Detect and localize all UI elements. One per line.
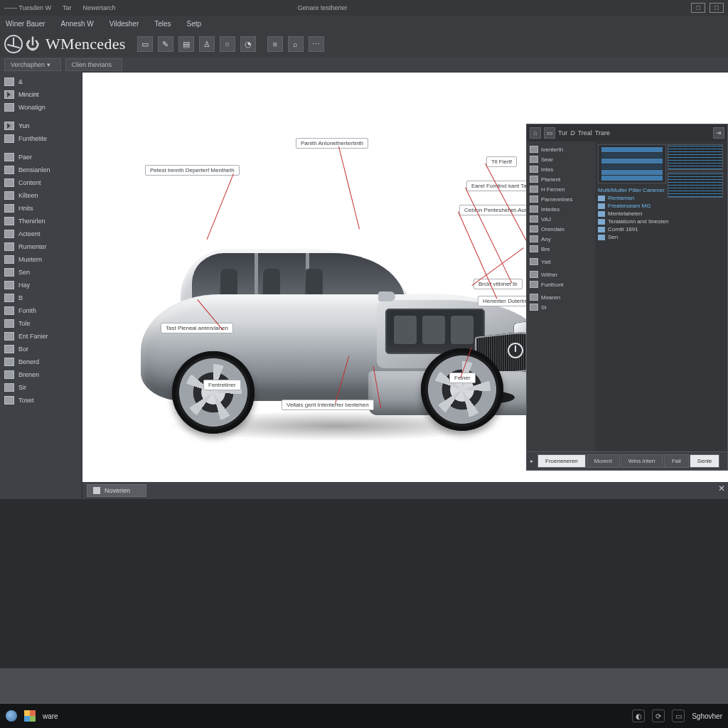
sidebar-item[interactable]: Ent Fanier <box>3 330 80 343</box>
tree-item[interactable]: Sear <box>530 154 592 164</box>
inspector-collapse-icon[interactable]: ⇥ <box>713 127 724 139</box>
tree-item[interactable]: VAJ <box>530 214 592 224</box>
sidebar-item-label: Benerd <box>18 358 39 365</box>
tree-item[interactable]: Any <box>530 234 592 244</box>
taskbar-app[interactable]: ware <box>43 712 58 720</box>
sidebar-item[interactable]: Acteent <box>3 228 80 240</box>
document-tab[interactable]: Clien thevians <box>65 58 123 71</box>
tree-item[interactable]: Orendain <box>530 224 592 234</box>
menu-item[interactable]: Winer Bauer <box>6 20 46 28</box>
tree-item[interactable]: H Fernen <box>530 184 592 194</box>
sidebar-item[interactable]: Hnits <box>3 202 80 215</box>
inspector-panel[interactable]: ⌂ ▭ Tur D Treal Trare ⇥ IventerthSearInt… <box>526 124 728 471</box>
tree-item[interactable]: Pamennines <box>530 194 592 204</box>
inspector-bottom-tab[interactable]: Morent <box>587 454 620 468</box>
sidebar-item[interactable]: Brenen <box>3 368 80 381</box>
inspector-tab[interactable]: Trare <box>595 129 610 136</box>
start-button-icon[interactable] <box>6 710 17 722</box>
inspector-tab[interactable]: D <box>570 129 575 136</box>
inspector-bottom-tab[interactable]: Senle <box>690 454 719 468</box>
sidebar-item-icon <box>4 370 14 379</box>
tree-item[interactable]: Yatt <box>530 257 592 267</box>
sidebar-item[interactable]: Sir <box>3 381 80 394</box>
sidebar-item[interactable]: Tole <box>3 317 80 330</box>
tree-item[interactable]: Mearen <box>530 292 592 302</box>
inspector-tab[interactable]: ▭ <box>544 127 555 139</box>
canvas-viewport[interactable]: Panith Antonethertertinth Petest tremth … <box>82 73 728 499</box>
sidebar-item[interactable]: Thenirlen <box>3 215 80 228</box>
tree-item[interactable]: Bre <box>530 244 592 254</box>
tree-item[interactable]: St <box>530 302 592 312</box>
property-row[interactable]: Sen <box>598 233 724 241</box>
canvas-tab[interactable]: Noverien <box>87 484 146 497</box>
minimize-button[interactable]: □ <box>691 3 705 13</box>
tool-icon[interactable]: ▤ <box>178 36 194 52</box>
sidebar-item-label: Content <box>18 179 41 186</box>
tool-icon[interactable]: ♙ <box>199 36 215 52</box>
inspector-bottom-tab[interactable]: Fail <box>664 454 689 468</box>
inspector-bottom-tab[interactable]: Wins interr <box>621 454 663 468</box>
property-row[interactable]: Mentetahelen <box>598 210 724 218</box>
sidebar-item[interactable]: Wonatign <box>3 101 80 114</box>
sidebar-item-label: Muetern <box>18 256 42 263</box>
inspector-bottom-tab[interactable]: Froeneneren <box>537 454 586 468</box>
sidebar-item[interactable]: Bor <box>3 343 80 355</box>
sidebar-item[interactable]: Hay <box>3 279 80 291</box>
inspector-tree[interactable]: IventerthSearIntesPlanentH FernenPamenni… <box>527 141 595 451</box>
sidebar-item[interactable]: Yun <box>3 119 80 132</box>
thumbnail[interactable] <box>668 172 723 198</box>
thumbnail[interactable] <box>668 144 723 170</box>
tool-icon[interactable]: ✎ <box>158 36 173 52</box>
sidebar-item[interactable]: Fonith <box>3 304 80 317</box>
tree-item[interactable]: Iventerth <box>530 144 592 154</box>
sidebar-item[interactable]: Paer <box>3 151 80 164</box>
sidebar-item[interactable]: Kilteen <box>3 189 80 202</box>
sidebar-item[interactable]: Toset <box>3 394 80 407</box>
os-taskbar[interactable]: ware ◐ ⟳ ▭ Sghovher <box>0 704 728 728</box>
menu-item[interactable]: Annesh W <box>61 20 94 28</box>
sidebar-item[interactable]: & <box>3 75 80 88</box>
tool-icon[interactable]: ≡ <box>267 36 283 52</box>
prop-icon <box>598 196 605 201</box>
tray-icon[interactable]: ⟳ <box>652 710 665 722</box>
close-icon[interactable]: ✕ <box>718 483 725 493</box>
sidebar-item[interactable]: Sen <box>3 266 80 279</box>
tool-icon[interactable]: ⌕ <box>288 36 304 52</box>
sidebar-item[interactable]: Benerd <box>3 355 80 368</box>
windows-flag-icon[interactable] <box>24 710 36 722</box>
menu-item[interactable]: Vildesher <box>109 20 139 28</box>
tray-icon[interactable]: ◐ <box>632 710 645 722</box>
tool-icon[interactable]: ▭ <box>137 36 153 52</box>
sidebar-item[interactable]: Bensianlen <box>3 164 80 176</box>
tree-item[interactable]: Intedes <box>530 204 592 214</box>
menu-item[interactable]: Setp <box>187 20 202 28</box>
sidebar-item-icon <box>4 204 14 213</box>
tree-item[interactable]: Intes <box>530 164 592 174</box>
tray-icon[interactable]: ▭ <box>672 710 685 722</box>
menu-item[interactable]: Teles <box>154 20 171 28</box>
inspector-properties[interactable]: Molti/Muller Piller Canener RentamanFrea… <box>595 141 727 451</box>
brand-title: WMencedes <box>46 35 126 53</box>
sidebar-item[interactable]: Funthetite <box>3 132 80 145</box>
tool-icon[interactable]: ⋯ <box>309 36 324 52</box>
inspector-tab[interactable]: Tur <box>558 129 567 136</box>
sidebar-item[interactable]: B <box>3 291 80 304</box>
property-row[interactable]: Comtil 1891 <box>598 225 724 233</box>
inspector-tab[interactable]: ⌂ <box>530 127 541 139</box>
sidebar-item[interactable]: Rumenter <box>3 240 80 253</box>
tree-item[interactable]: Funthont <box>530 279 592 289</box>
maximize-button[interactable]: □ <box>710 3 724 13</box>
tree-item[interactable]: Planent <box>530 174 592 184</box>
sidebar-item-icon <box>4 191 14 200</box>
tool-icon[interactable]: ◔ <box>240 36 256 52</box>
tree-item[interactable]: Wither <box>530 269 592 279</box>
property-row[interactable]: Teralationn and Itnesten <box>598 218 724 225</box>
sidebar-item[interactable]: Content <box>3 176 80 189</box>
sidebar-header-tab[interactable]: Verchaphen ▾ <box>4 58 61 71</box>
sidebar-item[interactable]: Muetern <box>3 253 80 266</box>
tool-icon[interactable]: ○ <box>220 36 235 52</box>
property-row[interactable]: Freaterseam MG <box>598 202 724 210</box>
inspector-tab[interactable]: Treal <box>578 129 592 136</box>
title-center: Genare testherier <box>298 4 348 11</box>
sidebar-item[interactable]: Mincint <box>3 88 80 101</box>
